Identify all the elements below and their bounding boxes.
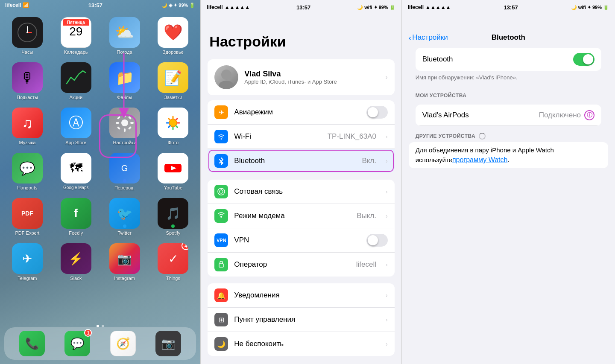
cellular-chevron: › — [386, 188, 388, 195]
app-youtube[interactable]: YouTube — [151, 153, 196, 190]
app-twitter[interactable]: 🐦 Twitter — [102, 198, 147, 236]
signal-icon: 📶 — [23, 2, 29, 8]
more-network-section: Сотовая связь › Режим модема Выкл. › VPN… — [208, 180, 394, 277]
other-devices-description: Для объединения в пару iPhone и Apple Wa… — [409, 142, 608, 168]
app-feedly[interactable]: f Feedly — [54, 198, 98, 236]
dock-phone[interactable]: 📞 — [19, 331, 45, 356]
health-app-label: Здоровье — [163, 50, 184, 55]
wifi-value: TP-LINK_63A0 — [328, 132, 376, 141]
wifi-row[interactable]: Wi-Fi TP-LINK_63A0 › — [208, 125, 394, 149]
dock-messages[interactable]: 💬 1 — [64, 331, 90, 356]
app-calendar[interactable]: Пятница 29 Календарь — [54, 17, 98, 55]
svg-point-4 — [121, 119, 128, 126]
profile-subtitle: Apple ID, iCloud, iTunes- и App Store — [244, 79, 379, 85]
instagram-icon: 📷 — [109, 243, 140, 274]
app-pdfexpert[interactable]: PDF PDF Expert — [5, 198, 50, 236]
notifications-icon: 🔔 — [214, 288, 228, 302]
s2-right: 🌙 wifi ✦ 99% 🔋 — [357, 5, 395, 10]
app-spotify[interactable]: 🎵 Spotify — [151, 198, 196, 236]
hotspot-row[interactable]: Режим модема Выкл. › — [208, 204, 394, 228]
status-bar-2: lifecell ▲▲▲▲▲ 13:57 🌙 wifi ✦ 99% 🔋 — [201, 0, 401, 12]
status-bar-1: lifecell 📶 13:57 🌙 ◈ ✦ 99% 🔋 — [0, 0, 200, 10]
music-icon: ♫ — [12, 108, 43, 138]
app-telegram[interactable]: ✈ Telegram — [5, 243, 50, 281]
hotspot-chevron: › — [386, 213, 388, 219]
cellular-row[interactable]: Сотовая связь › — [208, 180, 394, 204]
app-things[interactable]: ✓ 4 Things — [151, 243, 196, 281]
s2-battery: 🔋 — [390, 5, 395, 10]
s3-wifi: wifi — [578, 5, 586, 10]
s3-battery-pct: 99% — [592, 5, 602, 10]
app-appstore[interactable]: Ⓐ App Store — [54, 108, 98, 145]
vpn-label: VPN — [234, 236, 360, 245]
s2-wifi: wifi — [364, 5, 372, 10]
s2-signal: ▲▲▲▲▲ — [225, 4, 250, 10]
slack-icon: ⚡ — [61, 243, 91, 274]
battery-icon: 🔋 — [189, 3, 195, 8]
svg-line-18 — [169, 119, 170, 120]
twitter-app-label: Twitter — [117, 230, 131, 236]
bt-toggle-row[interactable]: Bluetooth — [416, 48, 601, 71]
vpn-toggle[interactable] — [366, 234, 388, 247]
app-podcasts[interactable]: 🎙 Подкасты — [5, 62, 50, 100]
app-music[interactable]: ♫ Музыка — [5, 108, 50, 145]
airpods-row[interactable]: Vlad's AirPods Подключено ⓘ — [416, 105, 601, 126]
app-translate[interactable]: G Перевод. — [102, 153, 147, 190]
app-clock[interactable]: Часы — [5, 17, 50, 55]
profile-chevron: › — [385, 73, 387, 81]
airplane-row[interactable]: ✈ Авиарежим — [208, 100, 394, 125]
svg-point-27 — [219, 81, 234, 89]
airplane-toggle[interactable] — [366, 106, 388, 119]
settings-title: Настройки — [209, 33, 392, 50]
svg-point-26 — [221, 70, 231, 80]
clock-label: 13:57 — [88, 2, 102, 9]
app-settings[interactable]: Настройки — [102, 108, 147, 145]
bt-toggle-switch[interactable] — [573, 53, 594, 66]
svg-rect-12 — [128, 116, 131, 119]
app-photos[interactable]: Фото — [151, 108, 196, 145]
youtube-app-label: YouTube — [164, 185, 182, 190]
bt-toggle-section: Bluetooth — [416, 48, 601, 71]
app-notes[interactable]: 📝 Заметки — [151, 62, 196, 100]
app-googlemaps[interactable]: 🗺 Google Maps — [54, 153, 98, 190]
s3-bt: ✦ — [587, 5, 591, 10]
camera-dock-icon: 📷 — [155, 331, 181, 356]
operator-row[interactable]: Оператор lifecell › — [208, 253, 394, 277]
weather-icon: ⛅ — [109, 17, 140, 48]
s2-battery-pct: 99% — [379, 5, 388, 10]
watch-link[interactable]: программу Watch — [452, 156, 507, 163]
profile-row[interactable]: Vlad Silva Apple ID, iCloud, iTunes- и A… — [208, 59, 394, 95]
airpods-status: Подключено — [539, 111, 581, 119]
app-stocks[interactable]: Акции — [54, 62, 98, 100]
app-files[interactable]: 📁 Файлы — [102, 62, 147, 100]
dock-camera[interactable]: 📷 — [155, 331, 181, 356]
controlcenter-row[interactable]: ⊞ Пункт управления › — [208, 308, 394, 332]
vpn-row[interactable]: VPN VPN — [208, 228, 394, 253]
controlcenter-chevron: › — [386, 316, 388, 323]
bt-toggle-knob — [583, 54, 593, 64]
my-devices-header: МОИ УСТРОЙСТВА — [409, 86, 608, 101]
spotify-icon: 🎵 — [158, 198, 188, 229]
dock-safari[interactable]: 🧭 — [110, 331, 136, 356]
app-hangouts[interactable]: 💬 Hangouts — [5, 153, 50, 190]
files-icon: 📁 — [109, 62, 140, 93]
notifications-row[interactable]: 🔔 Уведомления › — [208, 283, 394, 308]
airpods-info-button[interactable]: ⓘ — [584, 110, 594, 120]
feedly-app-label: Feedly — [69, 230, 83, 236]
bluetooth-row[interactable]: Bluetooth Вкл. › — [208, 149, 394, 173]
weather-app-label: Погода — [117, 50, 132, 55]
svg-rect-11 — [117, 126, 120, 130]
bt-toggle-label: Bluetooth — [422, 55, 567, 64]
podcasts-icon: 🎙 — [12, 62, 43, 93]
app-instagram[interactable]: 📷 Instagram — [102, 243, 147, 281]
googlemaps-app-label: Google Maps — [63, 185, 88, 190]
s3-right: 🌙 wifi ✦ 99% 🔋 — [571, 5, 609, 10]
app-weather[interactable]: ⛅ Погода — [102, 17, 147, 55]
slack-app-label: Slack — [70, 276, 82, 281]
back-button[interactable]: ‹ Настройки — [409, 33, 448, 43]
music-app-label: Музыка — [19, 140, 35, 145]
donotdisturb-row[interactable]: 🌙 Не беспокоить › — [208, 332, 394, 356]
app-slack[interactable]: ⚡ Slack — [54, 243, 98, 281]
location-icon: ◈ — [169, 3, 172, 8]
app-health[interactable]: ❤️ Здоровье — [151, 17, 196, 55]
